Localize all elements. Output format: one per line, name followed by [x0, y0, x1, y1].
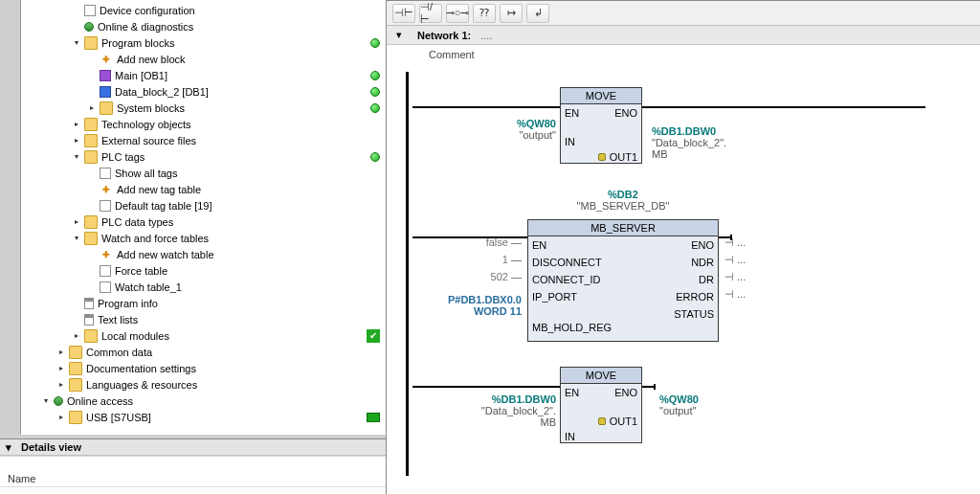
ladder-toolbar-button[interactable]: ⁇	[473, 4, 496, 23]
network-comment[interactable]: Comment	[387, 45, 980, 64]
chevron-right-icon[interactable]	[56, 363, 67, 374]
tree-item[interactable]: PLC data types	[21, 213, 386, 230]
ladder-toolbar-button[interactable]: ⊣⊢	[392, 4, 415, 23]
status-check-icon: ✔	[367, 329, 380, 343]
expand-icon[interactable]	[598, 153, 606, 161]
tree-item-label: Common data	[86, 347, 380, 358]
move-block-2[interactable]: MOVE EN ENO IN OUT1	[560, 367, 642, 443]
tree-item-label: Add new watch table	[117, 249, 380, 260]
tree-item[interactable]: Local modules✔	[21, 327, 386, 344]
tree-item[interactable]: Watch and force tables	[21, 230, 386, 246]
tree-item[interactable]: Default tag table [19]	[21, 197, 386, 213]
tree-item[interactable]: USB [S7USB]	[21, 409, 386, 425]
tree-item[interactable]: Online access	[21, 393, 386, 409]
chevron-down-icon[interactable]	[71, 37, 82, 49]
details-column-header[interactable]: Name	[0, 470, 386, 487]
generic-icon	[100, 281, 111, 293]
chevron-right-icon[interactable]	[56, 412, 67, 423]
tree-item-label: Data_block_2 [DB1]	[115, 86, 370, 98]
tree-item[interactable]: Technology objects	[21, 116, 386, 132]
chevron-right-icon[interactable]	[56, 379, 67, 391]
tree-item[interactable]: ✚Add new tag table	[21, 181, 386, 197]
tree-item[interactable]: System blocks	[21, 100, 386, 116]
expand-icon[interactable]	[598, 417, 606, 425]
tree-item[interactable]: Data_block_2 [DB1]	[21, 83, 386, 100]
generic-icon	[100, 265, 111, 277]
tree-item[interactable]: Common data	[21, 344, 386, 360]
chevron-right-icon[interactable]	[71, 119, 82, 130]
tree-item[interactable]: Show all tags	[21, 165, 386, 181]
chevron-down-icon[interactable]	[71, 151, 82, 163]
operand-value[interactable]: 502 —	[451, 271, 522, 282]
project-tree[interactable]: Device configurationOnline & diagnostics…	[21, 0, 386, 435]
tree-item-label: Documentation settings	[86, 363, 380, 374]
pin-dr: DR	[699, 273, 714, 286]
expander-placeholder	[86, 70, 98, 81]
expander-placeholder	[86, 200, 98, 212]
network-header[interactable]: Network 1: ....	[387, 26, 980, 45]
chevron-right-icon[interactable]	[71, 330, 82, 342]
expander-placeholder	[86, 168, 98, 179]
generic-icon	[100, 200, 111, 212]
tree-item-label: USB [S7USB]	[86, 412, 367, 423]
tree-item-label: Languages & resources	[86, 379, 380, 391]
tree-item[interactable]: ✚Add new watch table	[21, 246, 386, 262]
chevron-down-icon	[396, 29, 408, 41]
tree-item[interactable]: Text lists	[21, 311, 386, 327]
tree-item[interactable]: External source files	[21, 132, 386, 148]
chevron-down-icon	[6, 441, 17, 454]
ladder-toolbar-button[interactable]: ↲	[526, 4, 549, 23]
move2-output-operand[interactable]: %QW80 "output"	[659, 393, 699, 416]
ladder-toolbar-button[interactable]: ⊣/⊢	[419, 4, 442, 23]
collapse-gutter[interactable]	[0, 0, 21, 435]
pin-status: STATUS	[674, 307, 714, 321]
tree-item[interactable]: ✚Add new block	[21, 51, 386, 67]
ladder-toolbar-button[interactable]: ↦	[500, 4, 523, 23]
operand-unassigned[interactable]: ⊣ ...	[724, 236, 746, 249]
move2-input-operand[interactable]: %DB1.DBW0 "Data_block_2". MB	[451, 393, 556, 428]
chevron-down-icon[interactable]	[40, 395, 52, 407]
details-view-body: Name	[0, 456, 386, 494]
expander-placeholder	[71, 5, 82, 16]
instance-db-label[interactable]: %DB2 "MB_SERVER_DB"	[556, 189, 690, 212]
tree-item[interactable]: PLC tags	[21, 148, 386, 165]
ob-icon	[100, 70, 111, 81]
rung-1[interactable]: MOVE EN ENO IN OUT1 %QW80 "output"	[412, 87, 951, 164]
tree-item[interactable]: Program blocks	[21, 34, 386, 51]
tree-item[interactable]: Device configuration	[21, 2, 386, 18]
tree-item-label: System blocks	[117, 102, 370, 114]
tree-item[interactable]: Documentation settings	[21, 360, 386, 376]
rung-3[interactable]: MOVE EN ENO IN OUT1 %DB1.DBW0	[412, 367, 951, 443]
operand-unassigned[interactable]: ⊣ ...	[724, 271, 746, 283]
operand-unassigned[interactable]: ⊣ ...	[724, 254, 746, 266]
move1-input-operand[interactable]: %QW80 "output"	[470, 118, 556, 141]
tree-item[interactable]: Main [OB1]	[21, 67, 386, 83]
tree-item[interactable]: Languages & resources	[21, 376, 386, 393]
operand-unassigned[interactable]: ⊣ ...	[724, 288, 746, 301]
ladder-toolbar-button[interactable]: ⊸○⊸	[446, 4, 469, 23]
operand-value[interactable]: 1 —	[451, 254, 522, 265]
usb-interface-icon	[367, 413, 380, 422]
folder-icon	[84, 232, 98, 245]
mb-server-block[interactable]: MB_SERVER ENENODISCONNECTCONNECT_IDIP_PO…	[527, 219, 719, 342]
rung-2[interactable]: %DB2 "MB_SERVER_DB" MB_SERVER ENENODISCO…	[412, 189, 951, 342]
tree-item[interactable]: Online & diagnostics	[21, 18, 386, 34]
operand-value[interactable]: false —	[451, 236, 522, 248]
chevron-right-icon[interactable]	[71, 216, 82, 228]
ladder-canvas[interactable]: MOVE EN ENO IN OUT1 %QW80 "output"	[387, 64, 980, 494]
tree-item[interactable]: Watch table_1	[21, 279, 386, 295]
move1-output-operand[interactable]: %DB1.DBW0 "Data_block_2". MB	[652, 125, 726, 160]
tree-item[interactable]: Program info	[21, 295, 386, 311]
tree-item[interactable]: Force table	[21, 262, 386, 279]
chevron-right-icon[interactable]	[56, 347, 67, 358]
chevron-right-icon[interactable]	[86, 102, 98, 114]
chevron-down-icon[interactable]	[71, 233, 82, 244]
operand-value[interactable]: P#DB1.DBX0.0WORD 11	[422, 294, 522, 317]
online-icon	[84, 22, 94, 32]
folder-icon	[84, 36, 98, 50]
chevron-right-icon[interactable]	[71, 135, 82, 146]
status-ok-icon	[370, 71, 380, 80]
move-block-1[interactable]: MOVE EN ENO IN OUT1	[560, 87, 642, 164]
pin-en: EN	[565, 106, 579, 120]
details-view-header[interactable]: Details view	[0, 438, 386, 456]
